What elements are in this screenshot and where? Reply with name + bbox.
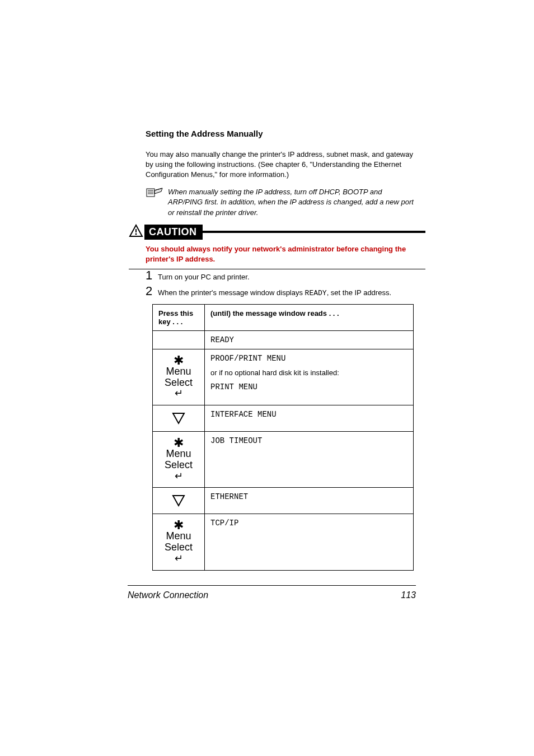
table-row: ✱MenuSelect↵ TCP/IP [153,514,414,570]
table-row: INTERFACE MENU [153,405,414,432]
select-label: Select [165,377,193,388]
key-cell-menu: ✱MenuSelect↵ [153,349,205,405]
msg-cell: PROOF/PRINT MENU or if no optional hard … [205,349,414,405]
menu-label: Menu [166,530,191,542]
key-cell-menu: ✱MenuSelect↵ [153,514,205,570]
key-cell-down [153,488,205,514]
msg-cell: TCP/IP [205,514,414,570]
caution-text: You should always notify your network's … [146,244,425,264]
msg-ready: READY [210,335,234,344]
msg-cell: JOB TIMEOUT [205,432,414,488]
msg-mid: or if no optional hard disk kit is insta… [210,368,407,377]
msg-ethernet: ETHERNET [210,492,248,501]
header-key: Press this key . . . [153,305,205,331]
menu-label: Menu [166,366,191,377]
step-2-pre: When the printer's message window displa… [158,288,305,297]
page-footer: Network Connection 113 [128,585,416,600]
footer-rule [128,585,416,586]
msg-interface: INTERFACE MENU [210,410,277,419]
select-label: Select [165,459,193,470]
star-icon: ✱ [155,520,202,531]
note-icon [146,187,168,200]
select-label: Select [165,542,193,553]
svg-point-5 [135,234,137,235]
section-heading: Setting the Address Manually [146,129,414,138]
enter-icon: ↵ [175,388,183,399]
msg-cell: ETHERNET [205,488,414,514]
intro-paragraph: You may also manually change the printer… [146,150,414,180]
header-msg: (until) the message window reads . . . [205,305,414,331]
footer-page-number: 113 [401,590,416,600]
step-2-text: When the printer's message window displa… [158,288,391,297]
enter-icon: ↵ [175,553,183,564]
footer-left: Network Connection [128,590,208,600]
key-cell-menu: ✱MenuSelect↵ [153,432,205,488]
msg-job-timeout: JOB TIMEOUT [210,436,262,445]
step-2-number: 2 [146,284,158,298]
table-row: READY [153,331,414,349]
caution-label: CAUTION [144,225,203,240]
star-icon: ✱ [155,437,202,449]
menu-label: Menu [166,448,191,459]
key-cell-down [153,405,205,432]
step-2-code: READY [305,289,327,297]
table-header-row: Press this key . . . (until) the message… [153,305,414,331]
msg-tcpip: TCP/IP [210,519,238,528]
press-key-table: Press this key . . . (until) the message… [152,304,414,571]
table-row: ✱MenuSelect↵ JOB TIMEOUT [153,432,414,488]
star-icon: ✱ [155,355,202,366]
note-text: When manually setting the IP address, tu… [168,187,414,219]
warning-icon [129,224,144,240]
down-triangle-icon [171,493,186,508]
key-cell-empty [153,331,205,349]
msg-print-menu: PRINT MENU [210,382,407,391]
step-2-post: , set the IP address. [327,288,391,297]
step-1-text: Turn on your PC and printer. [158,273,250,281]
table-row: ETHERNET [153,488,414,514]
msg-cell: READY [205,331,414,349]
svg-rect-0 [147,189,154,197]
step-1-number: 1 [146,268,158,283]
table-row: ✱MenuSelect↵ PROOF/PRINT MENU or if no o… [153,349,414,405]
msg-cell: INTERFACE MENU [205,405,414,432]
enter-icon: ↵ [175,470,183,482]
msg-proof-print: PROOF/PRINT MENU [210,354,407,363]
down-triangle-icon [171,411,186,426]
caution-rule [203,231,426,233]
